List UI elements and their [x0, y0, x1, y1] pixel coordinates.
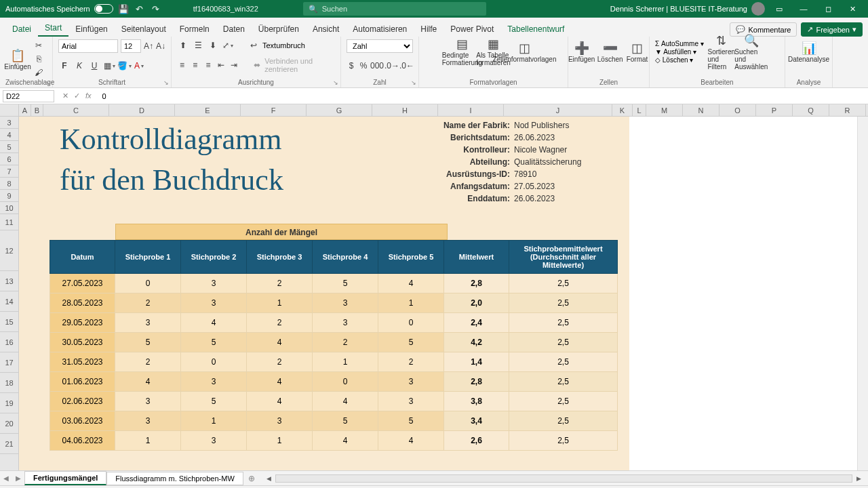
redo-icon[interactable]: ↷: [150, 3, 162, 15]
border-icon[interactable]: ▦: [103, 60, 115, 72]
col-d[interactable]: D: [109, 104, 175, 116]
wrap-icon[interactable]: ↩: [248, 39, 260, 52]
share-button[interactable]: ↗ Freigeben ▾: [801, 22, 863, 37]
col-p[interactable]: P: [756, 104, 793, 116]
tab-ansicht[interactable]: Ansicht: [306, 22, 346, 37]
launcher-icon[interactable]: ↘: [411, 79, 416, 86]
col-o[interactable]: O: [719, 104, 756, 116]
underline-icon[interactable]: U: [88, 60, 100, 72]
tab-next-icon[interactable]: ▶: [12, 474, 24, 482]
condfmt-button[interactable]: ▤Bedingte Formatierung: [450, 39, 475, 64]
sheet-area[interactable]: 3456789101112131415161718192021 Kontroll…: [0, 117, 868, 470]
sheet-tab-2[interactable]: Flussdiagramm m. Stichproben-MW: [106, 472, 243, 485]
formatpainter-icon[interactable]: 🖌: [33, 66, 45, 79]
col-k[interactable]: K: [612, 104, 633, 116]
user-account[interactable]: Dennis Scherrer | BLUESITE IT-Beratung: [610, 2, 765, 16]
tab-start[interactable]: Start: [38, 20, 68, 37]
align-middle-icon[interactable]: ☰: [192, 39, 204, 52]
tab-formeln[interactable]: Formeln: [173, 22, 216, 37]
sort-button[interactable]: ⇅Sortieren und Filtern: [709, 39, 734, 64]
row-headers[interactable]: 3456789101112131415161718192021: [0, 117, 19, 470]
col-l[interactable]: L: [633, 104, 646, 116]
launcher-icon[interactable]: ↘: [45, 79, 50, 86]
name-box[interactable]: [3, 90, 54, 102]
col-q[interactable]: Q: [793, 104, 829, 116]
tab-datei[interactable]: Datei: [5, 22, 38, 37]
table-row[interactable]: 04.06.2023131442,62,5: [50, 431, 618, 451]
cut-icon[interactable]: ✂: [33, 39, 45, 52]
fontsize-select[interactable]: [121, 39, 141, 53]
bold-icon[interactable]: F: [58, 60, 71, 72]
col-a[interactable]: A: [19, 104, 31, 116]
col-g[interactable]: G: [307, 104, 372, 116]
fill-button[interactable]: ▼ Ausfüllen ▾: [655, 48, 704, 56]
align-top-icon[interactable]: ⬆: [177, 39, 189, 52]
format-cells-button[interactable]: ◫Format: [627, 39, 648, 64]
vertical-scrollbar[interactable]: [857, 117, 868, 470]
formula-input[interactable]: 0: [97, 92, 868, 100]
numberformat-select[interactable]: Zahl: [347, 39, 413, 53]
col-m[interactable]: M: [646, 104, 683, 116]
shrink-font-icon[interactable]: A↓: [156, 40, 165, 52]
col-i[interactable]: I: [438, 104, 504, 116]
tab-powerpivot[interactable]: Power Pivot: [443, 22, 500, 37]
launcher-icon[interactable]: ↘: [333, 79, 338, 86]
add-sheet-icon[interactable]: ⊕: [243, 474, 260, 483]
cancel-fx-icon[interactable]: ✕: [62, 92, 68, 100]
align-right-icon[interactable]: ≡: [203, 59, 213, 71]
percent-icon[interactable]: %: [359, 60, 368, 72]
delete-cells-button[interactable]: ➖Löschen: [598, 39, 623, 64]
table-row[interactable]: 31.05.2023202121,42,5: [50, 352, 618, 372]
autosave-toggle[interactable]: Automatisches Speichern: [5, 4, 113, 14]
table-row[interactable]: 29.05.2023342302,42,5: [50, 313, 618, 333]
close-icon[interactable]: ✕: [842, 5, 863, 14]
col-r[interactable]: R: [829, 104, 866, 116]
search-box[interactable]: 🔍 Suchen: [303, 2, 486, 16]
indent-dec-icon[interactable]: ⇤: [216, 59, 226, 71]
tab-daten[interactable]: Daten: [216, 22, 252, 37]
col-c[interactable]: C: [43, 104, 109, 116]
col-e[interactable]: E: [175, 104, 241, 116]
undo-icon[interactable]: ↶: [134, 3, 146, 15]
table-row[interactable]: 03.06.2023313553,42,5: [50, 411, 618, 431]
tab-automatisieren[interactable]: Automatisieren: [346, 22, 414, 37]
thousands-icon[interactable]: 000: [371, 60, 383, 72]
align-center-icon[interactable]: ≡: [190, 59, 200, 71]
table-row[interactable]: 28.05.2023231312,02,5: [50, 293, 618, 313]
analyze-button[interactable]: 📊Datenanalyse: [797, 39, 821, 64]
ribbon-mode-icon[interactable]: ▭: [769, 5, 789, 14]
launcher-icon[interactable]: ↘: [163, 79, 169, 86]
align-bottom-icon[interactable]: ⬇: [207, 39, 219, 52]
save-icon[interactable]: 💾: [117, 3, 130, 15]
maximize-icon[interactable]: ◻: [818, 5, 838, 14]
col-j[interactable]: J: [504, 104, 612, 116]
minimize-icon[interactable]: ―: [793, 5, 814, 13]
fx-icon[interactable]: fx: [85, 92, 92, 100]
insert-cells-button[interactable]: ➕Einfügen: [570, 39, 594, 64]
confirm-fx-icon[interactable]: ✓: [74, 92, 80, 100]
tab-seitenlayout[interactable]: Seitenlayout: [115, 22, 173, 37]
italic-icon[interactable]: K: [73, 60, 85, 72]
copy-icon[interactable]: ⎘: [33, 53, 45, 65]
paste-button[interactable]: 📋Einfügen: [5, 47, 30, 71]
tab-prev-icon[interactable]: ◀: [0, 474, 12, 482]
dec-decimal-icon[interactable]: .0←: [401, 60, 413, 72]
table-row[interactable]: 01.06.2023434032,82,5: [50, 372, 618, 392]
indent-inc-icon[interactable]: ⇥: [229, 59, 239, 71]
col-n[interactable]: N: [683, 104, 719, 116]
find-button[interactable]: 🔍Suchen und Auswählen: [739, 39, 764, 64]
table-row[interactable]: 30.05.2023554254,22,5: [50, 333, 618, 352]
fillcolor-icon[interactable]: 🪣: [118, 60, 130, 72]
cellstyles-button[interactable]: ◫Zellenformatvorlagen: [513, 39, 537, 64]
tab-einfuegen[interactable]: Einfügen: [68, 22, 114, 37]
autosum-button[interactable]: Σ AutoSumme ▾: [655, 40, 704, 47]
horizontal-scrollbar[interactable]: ◀▶: [260, 474, 868, 483]
table-row[interactable]: 02.06.2023354433,82,5: [50, 392, 618, 411]
tab-ueberpruefen[interactable]: Überprüfen: [252, 22, 306, 37]
currency-icon[interactable]: $: [347, 60, 356, 72]
font-select[interactable]: [58, 39, 118, 53]
table-row[interactable]: 27.05.2023032542,82,5: [50, 274, 618, 293]
col-b[interactable]: B: [31, 104, 43, 116]
sheet-tab-1[interactable]: Fertigungsmängel: [24, 471, 106, 485]
toggle-icon[interactable]: [94, 4, 113, 14]
